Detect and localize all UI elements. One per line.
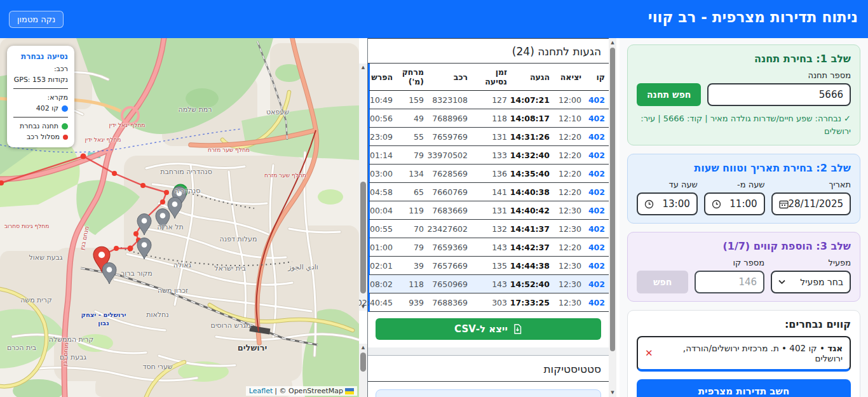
table-cell: 12:30 — [553, 201, 585, 220]
osm-credit[interactable]: | © OpenStreetMap — [275, 387, 343, 395]
table-cell: 12:30 — [553, 257, 585, 275]
table-cell: 136 — [471, 165, 511, 183]
table-cell: 00:55 — [369, 220, 397, 238]
step2-title: שלב 2: בחירת תאריך וטווח שעות — [637, 162, 851, 174]
middle-scrollbar[interactable]: ▲ ▼ — [609, 38, 616, 397]
line-number-cell[interactable]: 402 — [585, 91, 609, 109]
operator-select[interactable]: בחר מפעיל — [771, 271, 851, 293]
time-from-input[interactable]: 11:00 — [704, 192, 765, 215]
table-row[interactable]: 40212:2014:40:3814176607696504:58 — [369, 183, 609, 201]
table-cell: 14:52:40 — [511, 275, 553, 293]
table-cell: 14:44:38 — [511, 257, 553, 275]
legend-gps-points: נקודות GPS: 153 — [14, 76, 68, 84]
table-row[interactable]: 40212:3014:44:3813576576693902:01 — [369, 257, 609, 275]
table-cell: 7688369 — [428, 293, 471, 312]
scroll-up-arrow[interactable]: ▲ — [609, 39, 616, 46]
time-to-input[interactable]: 13:00 — [637, 192, 698, 215]
date-input[interactable]: 28/11/2025 — [771, 192, 851, 215]
line-number-cell[interactable]: 402 — [585, 293, 609, 312]
line-number-cell[interactable]: 402 — [585, 220, 609, 238]
statistics-card: סטטיסטיקות תדירות מצרפית (24 הגעות תקינו… — [368, 355, 609, 397]
line-number-cell[interactable]: 402 — [585, 146, 609, 165]
line-number-cell[interactable]: 402 — [585, 165, 609, 183]
export-csv-button[interactable]: ייצא ל-CSV — [376, 318, 601, 340]
clear-cache-button[interactable]: נקה מטמון — [9, 11, 64, 28]
scroll-up-arrow[interactable]: ▲ — [359, 64, 367, 71]
station-color-dot — [62, 123, 68, 130]
csv-area: ייצא ל-CSV — [368, 312, 609, 347]
time-to-label: שעה עד — [637, 180, 698, 189]
line-number-cell[interactable]: 402 — [585, 128, 609, 146]
column-header: הפרש — [369, 64, 397, 91]
leaflet-link[interactable]: Leaflet — [249, 387, 273, 395]
table-cell: 7659369 — [428, 238, 471, 257]
calculate-frequency-button[interactable]: חשב תדירות מצרפית — [637, 379, 851, 397]
table-row[interactable]: 40212:3014:40:42131768366911900:04 — [369, 201, 609, 220]
table-cell: 12:30 — [553, 275, 585, 293]
table-cell: 08:02 — [369, 275, 397, 293]
step1-card: שלב 1: בחירת תחנה מספר תחנה 5666 חפש תחנ… — [627, 44, 860, 145]
stats-scrollbar-thumb[interactable] — [360, 353, 366, 372]
table-header-row: קויציאההגעהזמן נסיעהרכבמרחק (מ')הפרש — [369, 64, 609, 91]
stats-scrollbar[interactable]: ▲ — [359, 344, 367, 397]
table-row[interactable]: 40212:2014:42:3714376593697901:00 — [369, 238, 609, 257]
table-cell: 12:20 — [553, 128, 585, 146]
table-row[interactable]: 40212:3017:33:25303768836993902:40:45 — [369, 293, 609, 312]
station-number-label: מספר תחנה — [637, 71, 851, 80]
table-cell: 00:56 — [369, 109, 397, 128]
line-number-cell[interactable]: 402 — [585, 201, 609, 220]
station-number-input[interactable]: 5666 — [707, 83, 851, 106]
line-number-cell[interactable]: 402 — [585, 238, 609, 257]
middle-scrollbar-thumb[interactable] — [610, 48, 615, 351]
table-row[interactable]: 40212:0014:07:21127832310815910:49 — [369, 91, 609, 109]
map-legend: נסיעה נבחרת רכב: נקודות GPS: 153 מקרא: ק… — [7, 46, 74, 147]
table-scrollbar[interactable]: ▲ ▼ — [359, 64, 367, 311]
table-cell: 39 — [397, 257, 428, 275]
table-cell: 12:20 — [553, 238, 585, 257]
scroll-up-arrow[interactable]: ▲ — [359, 344, 367, 351]
table-cell: 143 — [471, 238, 511, 257]
remove-line-icon[interactable]: ✕ — [645, 347, 653, 359]
table-cell: 119 — [397, 201, 428, 220]
table-row[interactable]: 40212:1014:08:1711876889694900:56 — [369, 109, 609, 128]
table-cell: 132 — [471, 220, 511, 238]
table-cell: 02:01 — [369, 257, 397, 275]
step1-title: שלב 1: בחירת תחנה — [637, 53, 851, 65]
legend-key-label: מקרא: — [47, 93, 68, 102]
table-scrollbar-thumb[interactable] — [360, 182, 366, 293]
table-row[interactable]: 40212:2014:35:40136762856913403:00 — [369, 165, 609, 183]
line-color-dot — [62, 105, 68, 112]
line-number-cell[interactable]: 402 — [585, 183, 609, 201]
line-number-cell[interactable]: 402 — [585, 275, 609, 293]
line-number-input[interactable]: 146 — [695, 271, 764, 293]
table-row[interactable]: 40212:2014:32:40133339705027901:14 — [369, 146, 609, 165]
table-row[interactable]: 40212:3014:52:40143765096911808:02 — [369, 275, 609, 293]
legend-vehicle-label: רכב: — [54, 65, 68, 73]
table-cell: 70 — [397, 220, 428, 238]
table-cell: 118 — [471, 109, 511, 128]
search-line-button[interactable]: חפש — [637, 271, 688, 293]
selected-line-item[interactable]: אגד • קו 402 • ת. מרכזית ירושלים/הורדה, … — [637, 336, 851, 372]
table-cell: 01:00 — [369, 238, 397, 257]
main-layout: שלב 1: בחירת תחנה מספר תחנה 5666 חפש תחנ… — [0, 38, 868, 397]
line-number-cell[interactable]: 402 — [585, 109, 609, 128]
table-row[interactable]: 40212:2014:31:2613176597695523:09 — [369, 128, 609, 146]
app-header: ניתוח תדירות מצרפית - רב קווי נקה מטמון — [0, 0, 868, 38]
line-number-cell[interactable]: 402 — [585, 257, 609, 275]
table-cell: 65 — [397, 183, 428, 201]
table-cell: 7683669 — [428, 201, 471, 220]
table-cell: 127 — [471, 91, 511, 109]
legend-station-label: תחנה נבחרת — [20, 122, 58, 130]
map-attribution: Leaflet | © OpenStreetMap — [246, 386, 357, 396]
map[interactable]: רמות א'רמת שלמהשעפאטסנהדריה מורחבתסנהדרי… — [0, 38, 359, 397]
table-cell: 17:33:25 — [511, 293, 553, 312]
operator-label: מפעיל — [771, 258, 851, 267]
column-gap — [616, 38, 620, 397]
table-cell: 00:04 — [369, 201, 397, 220]
column-header: רכב — [428, 64, 471, 91]
search-station-button[interactable]: חפש תחנה — [637, 83, 701, 106]
scroll-down-arrow[interactable]: ▼ — [609, 389, 616, 396]
table-cell: 14:40:38 — [511, 183, 553, 201]
arrivals-title: הגעות לתחנה (24) — [368, 38, 609, 64]
table-row[interactable]: 40212:3014:41:37132234276027000:55 — [369, 220, 609, 238]
